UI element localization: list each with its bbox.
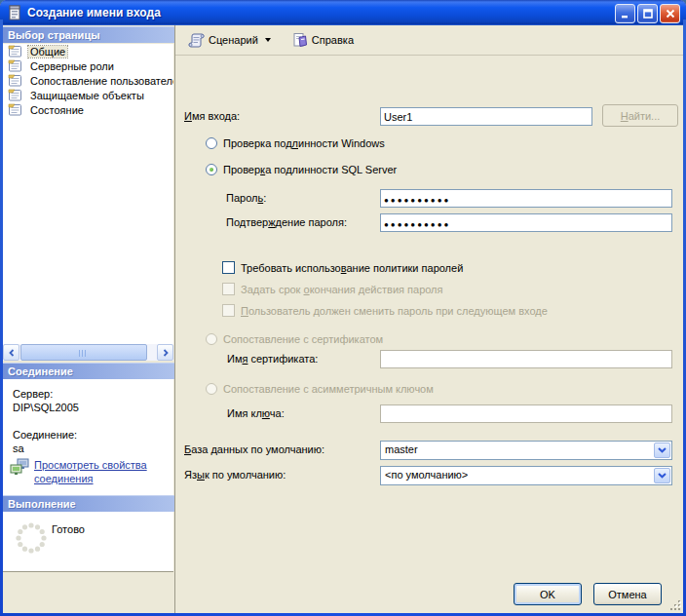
help-button[interactable]: Справка	[287, 29, 359, 51]
page-icon	[8, 45, 22, 58]
cancel-button[interactable]: Отмена	[593, 583, 662, 605]
minimize-icon	[621, 10, 630, 19]
password-label: Пароль:	[226, 189, 266, 208]
progress-spinner-icon	[14, 520, 49, 556]
ok-button[interactable]: OK	[514, 583, 582, 605]
chevron-right-icon	[163, 349, 169, 357]
sql-auth-radio[interactable]: Проверка подлинности SQL Server	[206, 164, 397, 175]
key-name-input	[380, 404, 672, 423]
sidebar-item-label: Сопоставление пользователей	[28, 75, 173, 87]
sidebar: Выбор страницы Общие Серверные роли Сопо…	[3, 25, 174, 613]
sidebar-item-user-mapping[interactable]: Сопоставление пользователей	[3, 73, 173, 88]
login-name-input[interactable]	[380, 107, 592, 126]
connection-properties-icon	[9, 457, 30, 477]
find-button: Найти...	[602, 104, 678, 127]
horizontal-scrollbar[interactable]	[3, 344, 173, 361]
status-text: Готово	[52, 523, 85, 535]
resize-grip[interactable]	[668, 598, 681, 611]
page-icon	[8, 74, 22, 87]
page-list: Общие Серверные роли Сопоставление польз…	[3, 44, 173, 344]
default-db-value: master	[385, 443, 418, 455]
pages-section-header: Выбор страницы	[3, 26, 174, 43]
windows-auth-radio[interactable]: Проверка подлинности Windows	[206, 137, 385, 149]
connection-value: sa	[13, 443, 24, 454]
maximize-icon	[643, 9, 653, 19]
radio-icon	[206, 137, 217, 149]
progress-panel: Готово	[3, 512, 173, 572]
sidebar-item-status[interactable]: Состояние	[3, 102, 173, 117]
checkbox-icon	[222, 261, 235, 274]
key-name-label: Имя ключа:	[227, 404, 285, 423]
create-login-dialog: Создание имени входа Выбор страницы Общи…	[0, 0, 686, 616]
close-icon	[666, 9, 675, 19]
login-form: Имя входа: Найти... Проверка подлинности…	[175, 56, 683, 613]
view-connection-properties-link[interactable]: Просмотреть свойства соединения	[34, 458, 169, 485]
sidebar-item-label: Состояние	[28, 104, 86, 116]
titlebar[interactable]: Создание имени входа	[0, 0, 686, 25]
chevron-left-icon	[9, 349, 15, 357]
sidebar-item-general[interactable]: Общие	[3, 44, 173, 58]
main-panel: Сценарий Справка Имя входа: Найти...	[174, 25, 683, 613]
connection-label: Соединение:	[13, 429, 77, 441]
enforce-policy-label: Требовать использование политики паролей	[241, 262, 463, 274]
cert-name-label: Имя сертификата:	[227, 350, 318, 368]
page-icon	[8, 89, 22, 101]
script-button-label: Сценарий	[209, 34, 258, 46]
cert-mapping-radio: Сопоставление с сертификатом	[206, 333, 383, 345]
sidebar-item-securables[interactable]: Защищаемые объекты	[3, 88, 173, 102]
maximize-button[interactable]	[637, 4, 658, 23]
toolbar: Сценарий Справка	[175, 25, 683, 56]
dialog-icon	[7, 5, 22, 20]
dropdown-button[interactable]	[654, 443, 670, 458]
help-button-label: Справка	[312, 34, 354, 46]
page-icon	[8, 103, 22, 116]
scroll-left-button[interactable]	[3, 344, 19, 361]
default-lang-label: Язык по умолчанию:	[184, 466, 286, 484]
login-name-label: Имя входа:	[184, 107, 240, 126]
page-icon	[8, 59, 22, 72]
enforce-policy-checkbox[interactable]: Требовать использование политики паролей	[222, 261, 463, 274]
cert-mapping-label: Сопоставление с сертификатом	[223, 333, 383, 345]
dropdown-button[interactable]	[654, 468, 670, 483]
radio-selected-icon	[206, 164, 217, 175]
asym-key-radio: Сопоставление с асимметричным ключом	[206, 383, 434, 395]
checkbox-icon	[222, 283, 235, 295]
script-icon	[188, 33, 205, 48]
connection-panel: Сервер: DIP\SQL2005 Соединение: sa Просм…	[3, 379, 173, 495]
script-button[interactable]: Сценарий	[183, 30, 276, 51]
scrollbar-track[interactable]	[147, 344, 157, 361]
close-button[interactable]	[660, 4, 680, 23]
chevron-down-icon	[265, 38, 271, 42]
sidebar-item-label: Защищаемые объекты	[28, 90, 146, 101]
password-input[interactable]	[380, 189, 672, 208]
help-icon	[292, 32, 308, 48]
progress-section-header: Выполнение	[3, 495, 174, 512]
sidebar-item-server-roles[interactable]: Серверные роли	[3, 58, 173, 73]
sidebar-item-label: Общие	[28, 46, 67, 58]
scrollbar-thumb[interactable]	[20, 344, 147, 361]
must-change-checkbox: Пользователь должен сменить пароль при с…	[222, 304, 548, 317]
confirm-password-label: Подтверждение пароля:	[226, 213, 347, 232]
enforce-expiration-checkbox: Задать срок окончания действия пароля	[222, 283, 443, 295]
minimize-button[interactable]	[615, 4, 635, 23]
connection-section-header: Соединение	[3, 363, 174, 379]
enforce-expiration-label: Задать срок окончания действия пароля	[241, 284, 443, 295]
server-value: DIP\SQL2005	[13, 402, 79, 413]
server-label: Сервер:	[13, 388, 53, 400]
sql-auth-label: Проверка подлинности SQL Server	[223, 164, 397, 175]
chevron-down-icon	[658, 473, 667, 479]
default-db-label: База данных по умолчанию:	[184, 441, 324, 459]
window-title: Создание имени входа	[27, 6, 161, 19]
confirm-password-input[interactable]	[380, 213, 672, 232]
cert-name-input	[380, 350, 672, 368]
radio-disabled-icon	[206, 333, 217, 345]
sidebar-item-label: Серверные роли	[28, 60, 116, 72]
scroll-right-button[interactable]	[157, 344, 173, 361]
must-change-label: Пользователь должен сменить пароль при с…	[241, 305, 548, 317]
default-lang-select[interactable]: <по умолчанию>	[380, 466, 672, 485]
windows-auth-label: Проверка подлинности Windows	[223, 137, 385, 149]
checkbox-icon	[222, 304, 235, 317]
asym-key-label: Сопоставление с асимметричным ключом	[223, 383, 434, 395]
default-db-select[interactable]: master	[380, 441, 672, 460]
chevron-down-icon	[658, 447, 667, 453]
